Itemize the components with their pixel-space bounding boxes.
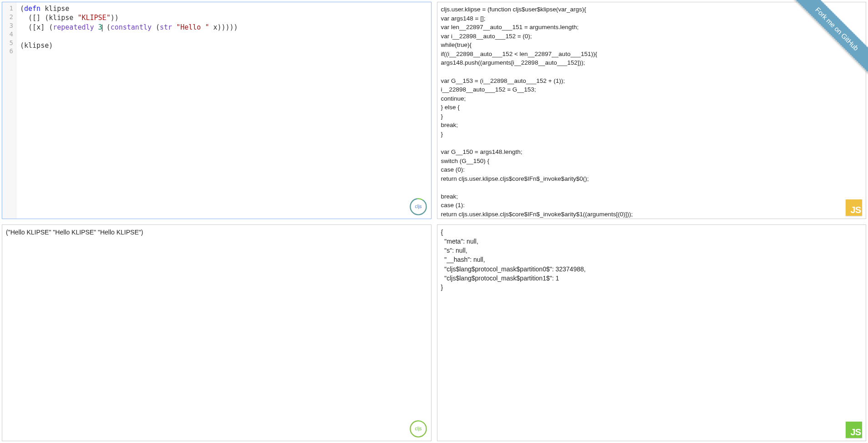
line-number: 4 [7, 30, 13, 39]
eval-output-text: ("Hello KLIPSE" "Hello KLIPSE" "Hello KL… [2, 225, 431, 441]
line-number: 3 [7, 21, 13, 30]
js-logo-icon: JS [846, 199, 862, 216]
app-grid: 123456 (defn klipse ([] (klipse "KLIPSE"… [0, 0, 868, 443]
svg-text:cljs: cljs [415, 204, 421, 209]
line-number: 2 [7, 13, 13, 21]
code-editor[interactable]: 123456 (defn klipse ([] (klipse "KLIPSE"… [2, 2, 431, 219]
cljs-logo-icon: cljs [409, 198, 427, 216]
js-logo-icon: JS [846, 422, 862, 438]
line-gutter: 123456 [2, 2, 16, 219]
eval-output-pane: ("Hello KLIPSE" "Hello KLIPSE" "Hello KL… [2, 224, 431, 442]
js-output-pane: cljs.user.klipse = (function cljs$user$k… [437, 2, 867, 219]
line-number: 6 [7, 47, 13, 56]
js-eval-output-text: { "meta": null, "s": null, "__hash": nul… [437, 225, 866, 441]
js-output-text: cljs.user.klipse = (function cljs$user$k… [437, 2, 866, 219]
cljs-logo-icon: cljs [409, 420, 427, 438]
line-number: 1 [7, 4, 13, 13]
svg-text:cljs: cljs [415, 426, 421, 431]
line-number: 5 [7, 39, 13, 47]
cljs-input-pane: 123456 (defn klipse ([] (klipse "KLIPSE"… [2, 2, 431, 219]
js-eval-output-pane: { "meta": null, "s": null, "__hash": nul… [437, 224, 867, 442]
code-area[interactable]: (defn klipse ([] (klipse "KLIPSE")) ([x]… [16, 2, 431, 219]
